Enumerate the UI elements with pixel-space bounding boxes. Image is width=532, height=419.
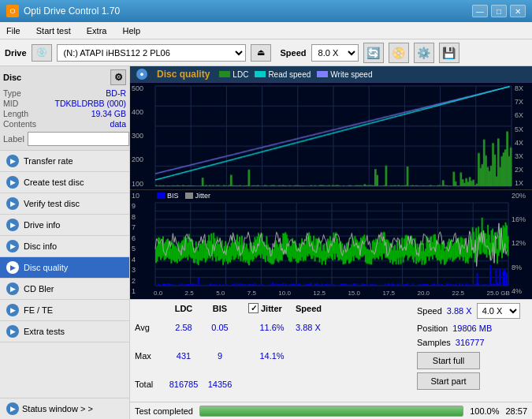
x-label-0: 0.0: [154, 290, 162, 297]
disc-info-icon: ▶: [6, 240, 19, 253]
sidebar-item-drive-info[interactable]: ▶ Drive info: [0, 215, 129, 236]
verify-test-disc-icon: ▶: [6, 197, 19, 210]
label-label: Label: [3, 134, 24, 144]
sidebar-item-disc-quality[interactable]: ▶ Disc quality: [0, 257, 129, 279]
total-bis: 14356: [204, 370, 236, 398]
create-test-disc-label: Create test disc: [24, 178, 84, 187]
y-label-2x: 2X: [515, 166, 530, 174]
transfer-rate-icon: ▶: [6, 155, 19, 167]
drive-icon-btn[interactable]: 💿: [32, 44, 52, 62]
eject-button[interactable]: ⏏: [251, 44, 271, 62]
title-bar-controls: — □ ✕: [472, 5, 526, 17]
sidebar-item-extra-tests[interactable]: ▶ Extra tests: [0, 321, 129, 342]
progress-bar-fill: [200, 406, 463, 416]
avg-ldc: 2.58: [163, 313, 204, 342]
write-speed-color: [317, 71, 328, 77]
drive-info-label: Drive info: [24, 220, 60, 230]
start-part-button[interactable]: Start part: [417, 372, 480, 390]
y-label-500: 500: [132, 84, 152, 92]
settings-button[interactable]: ⚙️: [414, 43, 434, 63]
cd-bler-icon: ▶: [6, 282, 19, 295]
sidebar-item-verify-test-disc[interactable]: ▶ Verify test disc: [0, 193, 129, 215]
x-label-10: 10.0: [278, 290, 291, 297]
close-button[interactable]: ✕: [510, 5, 526, 17]
speed-row-value: 3.88 X: [447, 306, 472, 316]
label-input[interactable]: [28, 132, 129, 146]
length-value: 19.34 GB: [91, 109, 126, 118]
stats-table: LDC BIS ✓ Jitter Speed: [135, 303, 411, 398]
disc-header: Disc ⚙: [3, 69, 126, 85]
read-speed-legend-label: Read speed: [268, 70, 311, 79]
max-jitter: 14.1%: [248, 342, 296, 370]
main-area: Disc ⚙ Type BD-R MID TDKBLDRBB (000) Len…: [0, 66, 532, 419]
speed-row-label: Speed: [417, 306, 442, 316]
media-button[interactable]: 📀: [389, 43, 409, 63]
avg-speed: 3.88 X: [296, 313, 411, 342]
sidebar-item-create-test-disc[interactable]: ▶ Create test disc: [0, 172, 129, 193]
menu-file[interactable]: File: [3, 24, 24, 37]
disc-section: Disc ⚙ Type BD-R MID TDKBLDRBB (000) Len…: [0, 66, 129, 151]
extra-tests-label: Extra tests: [24, 327, 65, 336]
y-label-9: 9: [132, 202, 152, 210]
upper-y-labels-right: 8X 7X 6X 5X 4X 3X 2X 1X: [513, 83, 532, 189]
refresh-button[interactable]: 🔄: [363, 43, 384, 63]
type-label: Type: [3, 88, 21, 98]
contents-label: Contents: [3, 119, 36, 129]
col-jitter-header: ✓ Jitter: [248, 303, 296, 313]
x-label-25: 25.0 GB: [487, 290, 510, 297]
y-label-1x: 1X: [515, 179, 530, 187]
drive-label: Drive: [5, 48, 27, 58]
x-axis-labels: 0.0 2.5 5.0 7.5 10.0 12.5 15.0 17.5 20.0…: [154, 290, 510, 297]
write-speed-legend-label: Write speed: [330, 70, 372, 79]
start-full-button[interactable]: Start full: [417, 352, 480, 369]
disc-length-row: Length 19.34 GB: [3, 109, 126, 118]
x-label-12.5: 12.5: [313, 290, 326, 297]
y-label-400: 400: [132, 108, 152, 116]
jitter-checkbox[interactable]: ✓: [248, 303, 259, 313]
speed-select[interactable]: 8.0 X: [311, 44, 359, 62]
upper-chart: 500 400 300 200 100 8X 7X 6X 5X 4X 3X: [130, 83, 532, 190]
avg-label: Avg: [135, 313, 163, 342]
y-label-6: 6: [132, 234, 152, 242]
speed-row: Speed 3.88 X 4.0 X: [417, 303, 527, 319]
x-label-7.5: 7.5: [247, 290, 256, 297]
transfer-rate-label: Transfer rate: [24, 156, 73, 166]
position-label: Position: [417, 324, 448, 333]
disc-label-row: Label ⚙: [3, 131, 126, 147]
sidebar-item-fe-te[interactable]: ▶ FE / TE: [0, 300, 129, 321]
lower-y-labels-right: 20% 16% 12% 8% 4%: [510, 190, 532, 297]
ldc-legend: LDC: [219, 70, 248, 79]
upper-y-labels-left: 500 400 300 200 100: [130, 83, 154, 189]
menu-start-test[interactable]: Start test: [33, 24, 74, 37]
col-ldc: LDC: [163, 303, 204, 313]
progress-percent: 100.0%: [470, 406, 499, 416]
fe-te-label: FE / TE: [24, 305, 53, 315]
menu-help[interactable]: Help: [119, 24, 143, 37]
y-label-12pct: 12%: [512, 239, 530, 247]
x-label-17.5: 17.5: [382, 290, 395, 297]
sidebar-item-cd-bler[interactable]: ▶ CD Bler: [0, 279, 129, 300]
drive-select[interactable]: (N:) ATAPI iHBS112 2 PL06: [57, 44, 246, 62]
title-bar: O Opti Drive Control 1.70 — □ ✕: [0, 0, 532, 22]
samples-row: Samples 316777: [417, 338, 527, 347]
max-bis: 9: [204, 342, 236, 370]
status-window-button[interactable]: ▶ Status window > >: [0, 398, 129, 419]
maximize-button[interactable]: □: [491, 5, 507, 17]
length-label: Length: [3, 109, 28, 118]
y-label-10: 10: [132, 192, 152, 200]
sidebar-item-disc-info[interactable]: ▶ Disc info: [0, 236, 129, 257]
disc-mid-row: MID TDKBLDRBB (000): [3, 99, 126, 108]
minimize-button[interactable]: —: [472, 5, 488, 17]
disc-gear-button[interactable]: ⚙: [110, 69, 126, 85]
menu-extra[interactable]: Extra: [84, 24, 110, 37]
sidebar-item-transfer-rate[interactable]: ▶ Transfer rate: [0, 151, 129, 172]
bis-legend: BIS: [157, 192, 179, 200]
write-speed-legend: Write speed: [317, 70, 372, 79]
menu-bar: File Start test Extra Help: [0, 22, 532, 39]
bottom-bar: Test completed 100.0% 28:57: [130, 402, 532, 419]
save-button[interactable]: 💾: [439, 43, 459, 63]
y-label-8x: 8X: [515, 84, 530, 92]
speed-select-stats[interactable]: 4.0 X: [477, 303, 520, 319]
right-stats: Speed 3.88 X 4.0 X Position 19806 MB Sam…: [417, 303, 527, 398]
avg-jitter: 11.6%: [248, 313, 296, 342]
